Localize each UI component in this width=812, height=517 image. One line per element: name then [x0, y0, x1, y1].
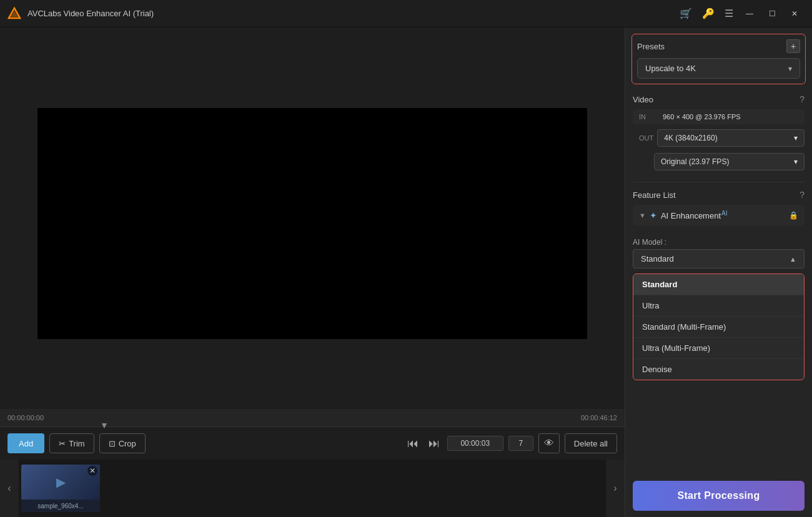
ai-model-label: AI Model : [633, 238, 805, 247]
ai-enhancement-item: ▼ ✦ AI EnhancementAI 🔒 [633, 205, 805, 225]
close-button[interactable]: ✕ [785, 5, 805, 22]
left-panel: 00:00:00:00 ▼ 00:00:46:12 Add ✂ Trim ⊡ C… [0, 27, 625, 517]
ai-badge: AI [721, 210, 727, 217]
lock-icon: 🔒 [789, 211, 798, 220]
ai-enhancement-label: AI EnhancementAI [661, 210, 785, 220]
in-value: 960 × 400 @ 23.976 FPS [663, 113, 741, 121]
video-preview-area [0, 27, 625, 406]
out-resolution-value: 4K (3840x2160) [664, 134, 717, 142]
ai-model-chevron-up-icon: ▲ [790, 255, 796, 263]
presets-header: Presets + [637, 39, 800, 53]
video-section-title: Video [633, 95, 653, 104]
model-option-standard-multiframe[interactable]: Standard (Multi-Frame) [633, 317, 804, 338]
next-frame-button[interactable]: ⏭ [426, 436, 442, 451]
presets-add-button[interactable]: + [786, 39, 800, 53]
prev-frame-button[interactable]: ⏮ [405, 436, 421, 451]
ai-model-section: AI Model : Standard ▲ [625, 234, 812, 273]
model-option-standard[interactable]: Standard [633, 274, 804, 295]
ai-enhancement-header: ▼ ✦ AI EnhancementAI 🔒 [639, 210, 798, 220]
timeline-area: 00:00:00:00 ▼ 00:00:46:12 [0, 406, 625, 427]
ai-enhancement-chevron-icon[interactable]: ▼ [639, 212, 646, 219]
start-processing-button[interactable]: Start Processing [633, 481, 805, 511]
trim-label: Trim [69, 439, 85, 448]
presets-selected-value: Upscale to 4K [645, 64, 696, 73]
model-option-ultra-multiframe[interactable]: Ultra (Multi-Frame) [633, 338, 804, 359]
ai-model-dropdown[interactable]: Standard ▲ [633, 249, 805, 268]
thumbnail-close-button[interactable]: ✕ [87, 466, 97, 476]
maximize-button[interactable]: ☐ [762, 5, 782, 22]
delete-all-button[interactable]: Delete all [565, 433, 617, 453]
transport-controls: ⏮ ⏭ [405, 436, 442, 451]
out-fps-chevron-icon: ▾ [794, 157, 798, 166]
add-button[interactable]: Add [7, 433, 44, 453]
out-resolution-chevron-icon: ▾ [794, 134, 798, 142]
timeline-ruler: 00:00:00:00 ▼ 00:00:46:12 [0, 409, 625, 426]
main-content: 00:00:00:00 ▼ 00:00:46:12 Add ✂ Trim ⊡ C… [0, 27, 812, 517]
section-divider [633, 182, 805, 182]
timeline-time-left: 00:00:00:00 [7, 414, 44, 421]
ai-enhancement-sparkle-icon: ✦ [650, 210, 657, 220]
menu-icon[interactable]: ☰ [725, 7, 733, 19]
titlebar: AVCLabs Video Enhancer AI (Trial) 🛒 🔑 ☰ … [0, 0, 812, 27]
out-fps-dropdown[interactable]: Original (23.97 FPS) ▾ [654, 153, 805, 170]
ai-model-selected-value: Standard [641, 254, 674, 263]
window-controls: — ☐ ✕ [740, 5, 805, 22]
timeline-time-right: 00:00:46:12 [581, 414, 617, 421]
feature-list-header: Feature List ? [633, 190, 805, 200]
time-display: 00:00:03 [447, 436, 503, 451]
presets-chevron-icon: ▾ [788, 64, 792, 73]
thumbnail-strip: ‹ ▶ ✕ sample_960x4... › [0, 460, 625, 517]
crop-button[interactable]: ⊡ Crop [99, 433, 146, 453]
video-out-fps-row: Original (23.97 FPS) ▾ [633, 150, 805, 173]
model-dropdown-list: Standard Ultra Standard (Multi-Frame) Ul… [633, 273, 805, 380]
minimize-button[interactable]: — [740, 5, 760, 22]
thumbnail-label: sample_960x4... [21, 500, 100, 512]
playhead-icon: ▼ [100, 420, 109, 430]
thumbnail-next-button[interactable]: › [606, 460, 625, 517]
crop-label: Crop [119, 439, 136, 448]
feature-list-section: Feature List ? ▼ ✦ AI EnhancementAI 🔒 [625, 185, 812, 234]
feature-list-title: Feature List [633, 190, 676, 200]
timeline-playhead[interactable]: ▼ [100, 420, 109, 430]
key-icon[interactable]: 🔑 [702, 7, 715, 19]
presets-title: Presets [637, 42, 665, 51]
presets-dropdown[interactable]: Upscale to 4K ▾ [637, 58, 800, 79]
trim-icon: ✂ [59, 439, 66, 448]
thumbnail-prev-button[interactable]: ‹ [0, 460, 19, 517]
cart-icon[interactable]: 🛒 [680, 7, 692, 19]
right-panel: Presets + Upscale to 4K ▾ Video ? IN 960… [625, 27, 812, 517]
out-resolution-dropdown[interactable]: 4K (3840x2160) ▾ [657, 129, 805, 147]
app-title: AVCLabs Video Enhancer AI (Trial) [27, 9, 680, 18]
start-processing-section: Start Processing [625, 475, 812, 517]
frame-display: 7 [508, 436, 533, 451]
preview-toggle-button[interactable]: 👁 [538, 433, 560, 453]
thumbnail-item[interactable]: ▶ ✕ sample_960x4... [21, 465, 100, 512]
video-out-resolution-row: OUT 4K (3840x2160) ▾ [633, 127, 805, 149]
video-in-row: IN 960 × 400 @ 23.976 FPS [633, 109, 805, 124]
video-canvas [37, 108, 587, 339]
crop-icon: ⊡ [109, 439, 116, 448]
trim-button[interactable]: ✂ Trim [49, 433, 94, 453]
eye-icon: 👁 [544, 438, 554, 449]
presets-section: Presets + Upscale to 4K ▾ [631, 34, 806, 84]
video-section-header: Video ? [633, 94, 805, 104]
model-option-ultra[interactable]: Ultra [633, 295, 804, 317]
model-option-denoise[interactable]: Denoise [633, 359, 804, 380]
video-section: Video ? IN 960 × 400 @ 23.976 FPS OUT 4K… [625, 89, 812, 179]
in-label: IN [639, 113, 656, 121]
feature-list-help-icon[interactable]: ? [800, 190, 805, 200]
titlebar-icon-group: 🛒 🔑 ☰ [680, 7, 733, 19]
thumbnail-play-icon: ▶ [56, 475, 66, 490]
video-help-icon[interactable]: ? [800, 94, 805, 104]
out-fps-value: Original (23.97 FPS) [661, 157, 729, 166]
app-logo [7, 7, 21, 21]
controls-bar: Add ✂ Trim ⊡ Crop ⏮ ⏭ 00:00:03 7 👁 Delet… [0, 427, 625, 460]
out-label: OUT [633, 134, 653, 142]
